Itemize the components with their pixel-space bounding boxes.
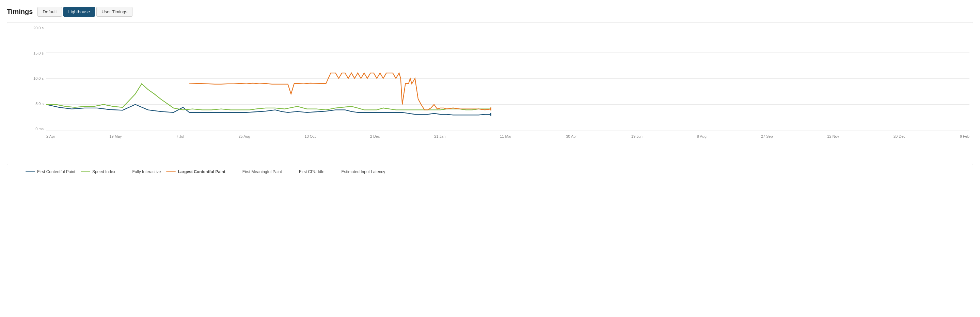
legend-eil-line: [330, 172, 339, 172]
x-label-apr30: 30 Apr: [566, 134, 577, 138]
legend-lcp: Largest Contentful Paint: [166, 170, 225, 174]
y-label-0: 0 ms: [35, 127, 44, 131]
legend-fi-line: [121, 172, 130, 172]
chart-container: 20.0 s 15.0 s 10.0 s 5.0 s 0 ms: [7, 22, 973, 165]
legend-si-label: Speed Index: [92, 170, 115, 174]
legend-fci-label: First CPU Idle: [299, 170, 325, 174]
y-label-20: 20.0 s: [33, 26, 44, 30]
y-label-15: 15.0 s: [33, 51, 44, 55]
y-label-10: 10.0 s: [33, 76, 44, 80]
legend-si-line: [81, 171, 90, 172]
x-label-aug25: 25 Aug: [239, 134, 250, 138]
timings-header: Timings Default Lighthouse User Timings: [7, 7, 973, 17]
x-label-dec2: 2 Dec: [370, 134, 380, 138]
x-label-dec20: 20 Dec: [894, 134, 905, 138]
legend-eil: Estimated Input Latency: [330, 170, 385, 174]
page-title: Timings: [7, 8, 33, 16]
tab-user-timings[interactable]: User Timings: [96, 7, 132, 17]
lcp-endpoint: [490, 107, 492, 110]
legend-fcp-label: First Contentful Paint: [37, 170, 75, 174]
tab-lighthouse[interactable]: Lighthouse: [63, 7, 95, 17]
legend-fci-line: [287, 172, 297, 172]
legend-lcp-line: [166, 171, 176, 172]
tab-group: Default Lighthouse User Timings: [37, 7, 132, 17]
legend-lcp-label: Largest Contentful Paint: [178, 170, 225, 174]
x-label-jan21: 21 Jan: [434, 134, 445, 138]
x-label-jul7: 7 Jul: [176, 134, 184, 138]
legend-fi-label: Fully Interactive: [132, 170, 161, 174]
legend-fmp: First Meaningful Paint: [231, 170, 282, 174]
x-axis: 2 Apr 19 May 7 Jul 25 Aug 13 Oct 2 Dec 2…: [46, 131, 969, 144]
x-label-sep27: 27 Sep: [761, 134, 773, 138]
fcp-endpoint: [490, 113, 492, 116]
x-label-aug8: 8 Aug: [697, 134, 706, 138]
legend-fi: Fully Interactive: [121, 170, 161, 174]
legend-fcp-line: [25, 171, 35, 172]
si-line: [46, 84, 492, 110]
x-label-may19: 19 May: [110, 134, 122, 138]
x-label-jun19: 19 Jun: [631, 134, 643, 138]
legend-eil-label: Estimated Input Latency: [342, 170, 385, 174]
chart-legend: First Contentful Paint Speed Index Fully…: [7, 170, 973, 174]
chart-svg: [46, 26, 492, 131]
x-label-nov12: 12 Nov: [827, 134, 839, 138]
x-label-apr2: 2 Apr: [46, 134, 55, 138]
lcp-line: [189, 73, 492, 110]
legend-fcp: First Contentful Paint: [25, 170, 75, 174]
x-label-feb6: 6 Feb: [960, 134, 969, 138]
x-label-mar11: 11 Mar: [500, 134, 511, 138]
chart-area: 20.0 s 15.0 s 10.0 s 5.0 s 0 ms: [28, 26, 969, 144]
y-label-5: 5.0 s: [35, 102, 44, 106]
legend-fmp-label: First Meaningful Paint: [242, 170, 282, 174]
tab-default[interactable]: Default: [37, 7, 62, 17]
legend-fmp-line: [231, 172, 240, 172]
legend-fci: First CPU Idle: [287, 170, 325, 174]
x-label-oct13: 13 Oct: [305, 134, 316, 138]
y-axis: 20.0 s 15.0 s 10.0 s 5.0 s 0 ms: [28, 26, 46, 131]
legend-si: Speed Index: [81, 170, 115, 174]
